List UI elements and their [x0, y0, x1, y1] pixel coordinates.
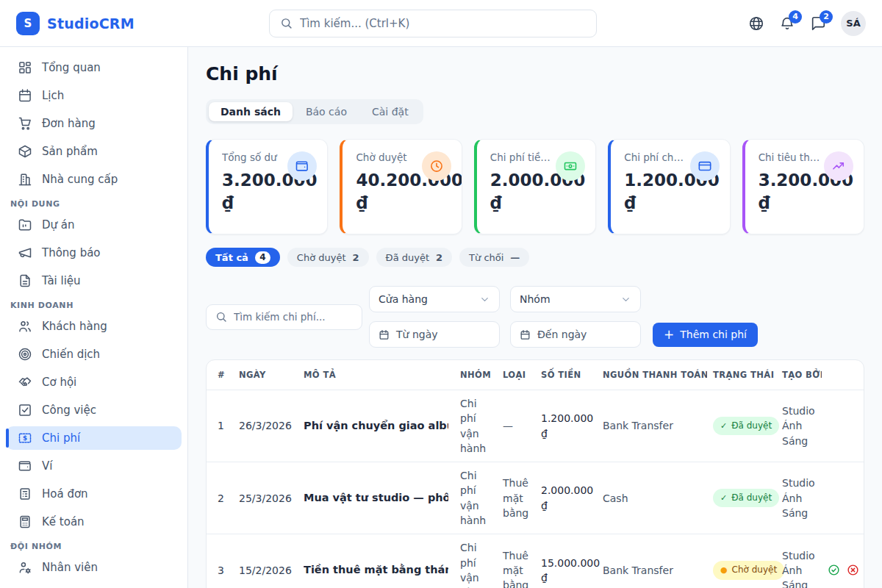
- row-description: Tiền thuê mặt bằng tháng t…: [304, 562, 448, 578]
- filter-label: Tất cả: [215, 252, 248, 263]
- stat-card-chi-tieu: Chi tiêu th… 3.200.000 ₫: [742, 139, 864, 234]
- to-date-value: Đến ngày: [537, 329, 587, 340]
- check-icon: ✓: [720, 494, 727, 502]
- tab-cai-dat[interactable]: Cài đặt: [360, 102, 420, 121]
- handshake-icon: [18, 375, 32, 390]
- user-gear-icon: [18, 560, 32, 575]
- row-amount: 1.200.000 ₫: [535, 390, 597, 462]
- sidebar-item-tong-quan[interactable]: Tổng quan: [6, 56, 182, 79]
- status-badge: ✓ Đã duyệt: [713, 489, 779, 507]
- stat-label: Chi phí tiề…: [490, 151, 561, 163]
- row-amount: 2.000.000 ₫: [535, 462, 597, 534]
- filter-controls: Cửa hàng Nhóm: [206, 286, 864, 348]
- reject-icon[interactable]: [847, 564, 859, 576]
- sidebar-item-nha-cung-cap[interactable]: Nhà cung cấp: [6, 168, 182, 191]
- sidebar-item-label: Lịch: [42, 89, 64, 102]
- sidebar-item-chi-phi[interactable]: $ Chi phí: [6, 426, 182, 450]
- logo-mark: S: [16, 12, 40, 35]
- sidebar-item-hoa-don[interactable]: Hoá đơn: [6, 482, 182, 506]
- sidebar-item-chien-dich[interactable]: Chiến dịch: [6, 343, 182, 366]
- chevron-down-icon: [620, 294, 631, 305]
- expense-search[interactable]: [206, 304, 362, 330]
- row-date: 26/3/2026: [233, 390, 298, 462]
- sidebar-section-kinh-doanh: KINH DOANH: [10, 300, 177, 310]
- table-row[interactable]: 2 25/3/2026 Mua vật tư studio — phông … …: [207, 462, 864, 534]
- sidebar-item-du-an[interactable]: Dự án: [6, 213, 182, 237]
- sidebar-section-noi-dung: NỘI DUNG: [10, 198, 177, 209]
- sidebar-item-cong-viec[interactable]: Công việc: [6, 398, 182, 422]
- search-icon: [280, 17, 293, 29]
- to-date-input[interactable]: Đến ngày: [510, 321, 641, 348]
- sidebar-item-label: Chiến dịch: [42, 348, 100, 361]
- grid-icon: [18, 60, 32, 75]
- topbar-actions: 4 2 SÁ: [748, 11, 866, 36]
- sidebar-item-label: Dự án: [42, 218, 75, 232]
- tab-danh-sach[interactable]: Danh sách: [209, 102, 293, 121]
- filter-tu-choi[interactable]: Từ chối —: [459, 248, 529, 267]
- main-content: Chi phí Danh sách Báo cáo Cài đặt Tổng s…: [188, 47, 882, 588]
- row-type: —: [497, 390, 535, 462]
- row-created-by: Studio Ánh Sáng: [776, 534, 822, 588]
- sidebar-item-label: Hoá đơn: [42, 487, 88, 501]
- table-row[interactable]: 3 15/2/2026 Tiền thuê mặt bằng tháng t… …: [207, 534, 864, 588]
- tab-bao-cao[interactable]: Báo cáo: [294, 102, 359, 121]
- svg-text:$: $: [23, 434, 27, 442]
- sidebar-item-lich[interactable]: Lịch: [6, 84, 182, 107]
- sidebar-item-label: Sản phẩm: [42, 145, 98, 158]
- col-mo-ta: MÔ TẢ: [298, 360, 454, 390]
- sidebar-item-thong-bao[interactable]: Thông báo: [6, 241, 182, 265]
- language-button[interactable]: [748, 15, 764, 32]
- row-group: Chi phí vận hành: [454, 390, 497, 462]
- cart-icon: [18, 116, 32, 131]
- filter-tat-ca[interactable]: Tất cả 4: [206, 248, 280, 267]
- status-label: Đã duyệt: [731, 492, 772, 504]
- stat-card-cho-duyet: Chờ duyệt 40.200.000 ₫: [340, 139, 462, 234]
- message-count-badge: 2: [820, 10, 833, 24]
- brand-logo[interactable]: S StudioCRM: [16, 12, 135, 35]
- sidebar-item-label: Công việc: [42, 404, 96, 417]
- col-nguon-thanh-toan: NGUỒN THANH TOÁN: [597, 360, 707, 390]
- table-header-row: # NGÀY MÔ TẢ NHÓM LOẠI SỐ TIỀN NGUỒN THA…: [207, 360, 864, 390]
- store-select[interactable]: Cửa hàng: [369, 286, 500, 312]
- row-payment: Cash: [597, 462, 707, 534]
- notifications-button[interactable]: 4: [779, 15, 795, 32]
- filter-cho-duyet[interactable]: Chờ duyệt 2: [287, 248, 369, 267]
- status-badge: ● Chờ duyệt: [713, 561, 784, 579]
- sidebar-item-vi[interactable]: Ví: [6, 454, 182, 478]
- building-icon: [18, 172, 32, 187]
- row-date: 25/3/2026: [233, 462, 298, 534]
- credit-card-icon: [690, 151, 720, 181]
- trending-up-icon: [824, 151, 853, 181]
- target-icon: [18, 347, 32, 362]
- table-row[interactable]: 1 26/3/2026 Phí vận chuyển giao album … …: [207, 390, 864, 462]
- app-window: S StudioCRM 4: [0, 0, 882, 588]
- col-tao-boi: TẠO BỞI: [776, 360, 822, 390]
- global-search-input[interactable]: [300, 17, 586, 30]
- invoice-icon: [18, 487, 32, 501]
- approve-icon[interactable]: [828, 564, 840, 576]
- status-label: Chờ duyệt: [732, 564, 778, 576]
- sidebar-item-don-hang[interactable]: Đơn hàng: [6, 112, 182, 135]
- from-date-input[interactable]: Từ ngày: [369, 321, 500, 348]
- group-select[interactable]: Nhóm: [510, 286, 641, 312]
- check-square-icon: [18, 403, 32, 417]
- sidebar-item-san-pham[interactable]: Sản phẩm: [6, 140, 182, 163]
- expense-search-input[interactable]: [234, 311, 353, 323]
- user-avatar[interactable]: SÁ: [841, 11, 866, 36]
- messages-button[interactable]: 2: [810, 15, 826, 32]
- global-search[interactable]: [269, 10, 597, 37]
- row-created-by: Studio Ánh Sáng: [776, 462, 822, 534]
- sidebar-item-nhan-vien[interactable]: Nhân viên: [6, 556, 182, 579]
- sidebar-item-khach-hang[interactable]: Khách hàng: [6, 315, 182, 338]
- folder-icon: [18, 218, 32, 232]
- file-text-icon: [18, 273, 32, 288]
- row-group: Chi phí vận hành: [454, 534, 497, 588]
- status-label: Đã duyệt: [731, 420, 772, 432]
- sidebar-item-ke-toan[interactable]: Kế toán: [6, 510, 182, 534]
- add-expense-button[interactable]: + Thêm chi phí: [653, 323, 758, 347]
- filter-da-duyet[interactable]: Đã duyệt 2: [376, 248, 453, 267]
- wallet-icon: [18, 459, 32, 473]
- sidebar-item-tai-lieu[interactable]: Tài liệu: [6, 269, 182, 293]
- sidebar-item-co-hoi[interactable]: Cơ hội: [6, 370, 182, 394]
- store-select-value: Cửa hàng: [379, 293, 428, 305]
